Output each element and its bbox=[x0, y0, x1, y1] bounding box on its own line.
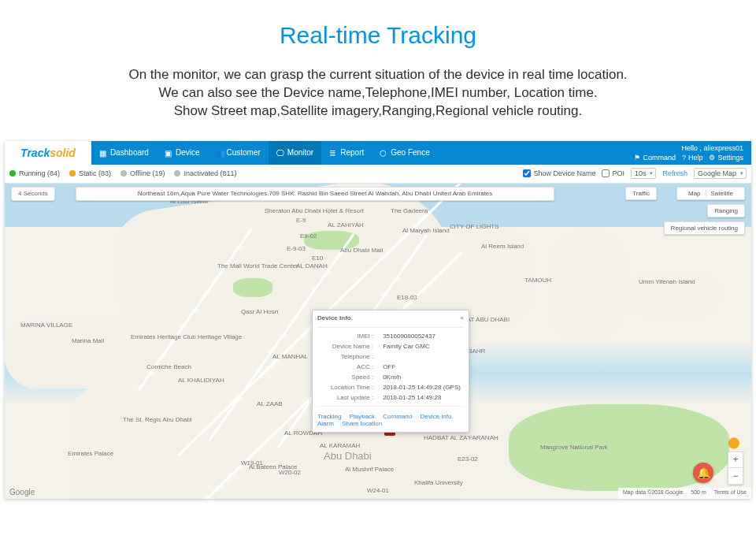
place-w19: W19-01 bbox=[241, 459, 263, 467]
place-al-maryah: Al Maryah Island bbox=[402, 227, 450, 234]
gear-icon: ⚙ bbox=[709, 154, 715, 162]
hero-line1: On the monitor, we can grasp the current… bbox=[47, 66, 709, 84]
map-footer: Map data ©2018 Google 500 m Terms of Use bbox=[618, 488, 751, 499]
status-inactivated[interactable]: Inactivated (811) bbox=[174, 169, 236, 177]
user-greeting: Hello , aliexpress01 bbox=[634, 144, 743, 152]
map-viewport[interactable]: Al Lulu Island Sheraton Abu Dhabi Hotel … bbox=[5, 184, 751, 499]
popup-link-alarm[interactable]: Alarm bbox=[317, 420, 334, 427]
link-command[interactable]: ⚑Command bbox=[634, 154, 676, 162]
place-khalifa: Khalifa University bbox=[414, 479, 463, 486]
mapprovider-select[interactable]: Google Map bbox=[694, 168, 747, 179]
place-e10: E10 bbox=[312, 255, 323, 262]
traffic-toggle[interactable]: Traffic bbox=[625, 187, 657, 200]
popup-imei: 351609080052437 bbox=[378, 331, 469, 341]
static-dot-icon bbox=[69, 170, 76, 177]
ranging-button[interactable]: Ranging bbox=[707, 204, 745, 217]
nav-report[interactable]: ≣Report bbox=[321, 141, 372, 165]
zoom-in-button[interactable]: + bbox=[728, 452, 743, 468]
popup-title: Device Info. bbox=[317, 314, 353, 322]
device-info-popup: Device Info. × IMEI :351609080052437 Dev… bbox=[312, 310, 469, 433]
place-sheraton: Sheraton Abu Dhabi Hotel & Resort bbox=[265, 207, 364, 214]
place-w24-01: W24-01 bbox=[367, 487, 389, 494]
place-qasr: Qasr Al Hosn bbox=[241, 308, 278, 315]
hero-title: Real-time Tracking bbox=[47, 22, 709, 49]
google-logo: Google bbox=[9, 488, 35, 496]
place-e18-03: E18-03 bbox=[397, 294, 417, 301]
popup-last-update: 2018-01-25 14:49:28 bbox=[378, 392, 469, 403]
place-al-karamah: AL KARAMAH bbox=[320, 442, 360, 449]
status-bar: Running (84) Static (83) Offline (19) In… bbox=[5, 165, 751, 184]
map-type-map[interactable]: Map bbox=[684, 190, 706, 197]
offline-dot-icon bbox=[120, 170, 127, 177]
status-running[interactable]: Running (84) bbox=[9, 169, 60, 177]
status-offline[interactable]: Offline (19) bbox=[120, 169, 165, 177]
place-emirates-palace: Emirates Palace bbox=[68, 450, 113, 457]
nav-device[interactable]: ▣Device bbox=[157, 141, 208, 165]
place-al-zaab: AL ZAAB bbox=[257, 400, 283, 407]
place-al-reem: Al Reem Island bbox=[481, 243, 524, 250]
zoom-control: + − bbox=[728, 452, 743, 485]
alarm-bell-icon[interactable]: 🔔 bbox=[693, 463, 713, 483]
refresh-link[interactable]: Refresh bbox=[662, 169, 687, 177]
app-window: Tracksolid ▦Dashboard ▣Device 👥Customer … bbox=[5, 141, 751, 499]
popup-link-tracking[interactable]: Tracking bbox=[317, 413, 341, 420]
pegman-icon[interactable]: ⬤ bbox=[728, 436, 740, 448]
popup-speed: 0Km/h bbox=[378, 372, 469, 382]
zoom-out-button[interactable]: − bbox=[728, 468, 743, 484]
popup-link-playback[interactable]: Playback bbox=[350, 413, 375, 420]
nav-geofence[interactable]: ⬡Geo Fence bbox=[372, 141, 437, 165]
footer-scale: 500 m bbox=[691, 489, 706, 497]
interval-select[interactable]: 10s bbox=[631, 168, 657, 179]
hero-line2: We can also see the Device name,Telephon… bbox=[47, 84, 709, 102]
seconds-pill[interactable]: 4 Seconds bbox=[11, 187, 55, 201]
inactive-dot-icon bbox=[174, 170, 180, 177]
nav-monitor[interactable]: 🖵Monitor bbox=[269, 141, 321, 165]
map-type-satellite[interactable]: Satellite bbox=[706, 190, 738, 197]
popup-link-devinfo[interactable]: Device Info. bbox=[420, 413, 453, 420]
chk-poi[interactable]: POI bbox=[602, 169, 624, 177]
place-corniche: Corniche Beach bbox=[146, 363, 191, 370]
device-icon: ▣ bbox=[165, 149, 172, 157]
place-al-zahiyah: AL ZAHIYAH bbox=[328, 221, 364, 229]
popup-device-name: Family Car GMC bbox=[378, 341, 469, 351]
popup-acc: OFF bbox=[378, 362, 469, 372]
close-icon[interactable]: × bbox=[460, 314, 464, 322]
chk-show-device-name[interactable]: Show Device Name bbox=[523, 169, 595, 177]
place-city-of-lights: CITY OF LIGHTS bbox=[450, 223, 499, 230]
place-tamouh: TAMOUH bbox=[524, 277, 551, 284]
place-mall-world: The Mall World Trade Center bbox=[217, 262, 298, 270]
popup-link-command[interactable]: Command bbox=[383, 413, 412, 420]
place-al-khalidiyah: AL KHALIDIYAH bbox=[178, 377, 224, 384]
place-abu-dhabi-mall: Abu Dhabi Mall bbox=[340, 247, 383, 254]
map-type-toggle[interactable]: Map Satellite bbox=[676, 187, 745, 200]
place-w20-02: W20-02 bbox=[279, 469, 301, 476]
report-icon: ≣ bbox=[329, 149, 337, 157]
popup-link-share[interactable]: Share location bbox=[342, 420, 382, 427]
place-al-manhal: AL MANHAL bbox=[272, 353, 308, 360]
city-label: Abu Dhabi bbox=[324, 450, 372, 462]
footer-terms[interactable]: Terms of Use bbox=[714, 489, 747, 497]
place-marina-village: MARINA VILLAGE bbox=[20, 322, 72, 329]
monitor-icon: 🖵 bbox=[276, 149, 284, 157]
place-al-danah: AL DANAH bbox=[296, 262, 328, 270]
popup-telephone bbox=[378, 351, 469, 362]
grid-icon: ▦ bbox=[99, 149, 107, 157]
routing-button[interactable]: Regional vehicle routing bbox=[664, 221, 745, 235]
place-e9-03: E-9-03 bbox=[287, 245, 306, 252]
place-heritage: Emirates Heritage Club Heritage Village bbox=[131, 333, 242, 340]
address-bar: Northeast 16m,Aqua Pure Water Technologi… bbox=[76, 187, 554, 201]
logo[interactable]: Tracksolid bbox=[5, 141, 91, 165]
nav-dashboard[interactable]: ▦Dashboard bbox=[91, 141, 157, 165]
status-static[interactable]: Static (83) bbox=[69, 169, 111, 177]
place-al-mushrif: Al Mushrif Palace bbox=[345, 466, 394, 473]
link-settings[interactable]: ⚙Settings bbox=[709, 154, 743, 162]
geofence-icon: ⬡ bbox=[380, 149, 387, 157]
place-marina-mall: Marina Mall bbox=[72, 337, 104, 344]
nav-customer[interactable]: 👥Customer bbox=[208, 141, 269, 165]
place-hadbat: HADBAT AL ZA'FARANAH bbox=[424, 434, 498, 441]
place-umm-yifenah: Umm Yifenah Island bbox=[639, 278, 695, 285]
link-help[interactable]: ?Help bbox=[682, 154, 703, 162]
place-st-regis: The St. Regis Abu Dhabi bbox=[123, 416, 192, 423]
help-icon: ? bbox=[682, 154, 686, 162]
place-mangrove: Mangrove National Park bbox=[540, 444, 608, 451]
